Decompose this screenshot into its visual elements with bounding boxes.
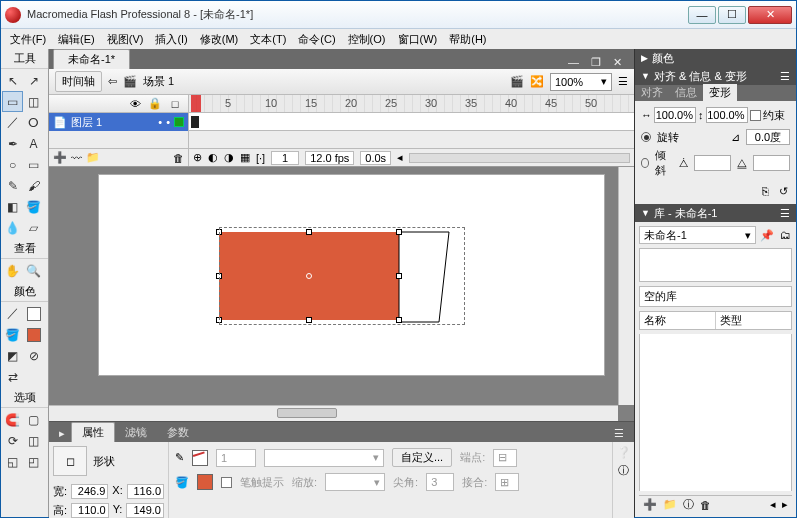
tab-transform[interactable]: 变形: [703, 84, 737, 101]
fill-swatch-prop[interactable]: [197, 474, 213, 490]
lib-props-icon[interactable]: ⓘ: [683, 497, 694, 512]
tab-params[interactable]: 参数: [157, 423, 199, 442]
timeline-toggle[interactable]: 时间轴: [55, 71, 102, 92]
rotate-option[interactable]: ⟳: [2, 430, 23, 451]
eraser-tool[interactable]: ▱: [23, 217, 44, 238]
line-tool[interactable]: ／: [2, 112, 23, 133]
free-transform-tool[interactable]: ▭: [2, 91, 23, 112]
rectangle-tool[interactable]: ▭: [23, 154, 44, 175]
scale-select[interactable]: ▾: [325, 473, 385, 491]
height-field[interactable]: 110.0: [71, 503, 109, 518]
tab-properties[interactable]: 属性: [71, 422, 115, 442]
back-button[interactable]: ⇦: [108, 75, 117, 88]
canvas-vscroll[interactable]: [618, 167, 634, 405]
menu-insert[interactable]: 插入(I): [150, 30, 192, 49]
layer-row[interactable]: 📄 图层 1 ••: [49, 113, 188, 131]
envelope-option[interactable]: ◰: [23, 451, 44, 472]
tab-info[interactable]: 信息: [669, 84, 703, 101]
lock-icon[interactable]: 🔒: [148, 97, 162, 110]
lib-scroll-right[interactable]: ▸: [782, 498, 788, 511]
stroke-color[interactable]: ／: [2, 303, 23, 324]
menu-file[interactable]: 文件(F): [5, 30, 51, 49]
width-field[interactable]: 246.9: [71, 484, 108, 499]
edit-scene-icon[interactable]: 🎬: [510, 75, 524, 88]
canvas-hscroll[interactable]: [49, 405, 618, 421]
onion-markers-icon[interactable]: [·]: [256, 152, 265, 164]
tab-align[interactable]: 对齐: [635, 84, 669, 101]
pin-icon[interactable]: 📌: [760, 228, 774, 242]
center-frame-icon[interactable]: ⊕: [193, 151, 202, 164]
menu-help[interactable]: 帮助(H): [444, 30, 491, 49]
no-color-tool[interactable]: ⊘: [23, 345, 44, 366]
menu-edit[interactable]: 编辑(E): [53, 30, 100, 49]
zoom-select[interactable]: 100%▾: [550, 73, 612, 91]
lib-folder-icon[interactable]: 📁: [663, 498, 677, 511]
keyframe[interactable]: [191, 116, 199, 128]
close-button[interactable]: ✕: [748, 6, 792, 24]
delete-layer-icon[interactable]: 🗑: [173, 152, 184, 164]
doc-restore[interactable]: ❐: [587, 56, 605, 69]
menu-commands[interactable]: 命令(C): [293, 30, 340, 49]
oval-tool[interactable]: ○: [2, 154, 23, 175]
hand-tool[interactable]: ✋: [2, 260, 23, 281]
onion-skin-icon[interactable]: ◐: [208, 151, 218, 164]
stroke-width-field[interactable]: 1: [216, 449, 256, 467]
scene-menu-icon[interactable]: ☰: [618, 75, 628, 88]
skew-v-field[interactable]: [753, 155, 790, 171]
menu-control[interactable]: 控制(O): [343, 30, 391, 49]
stroke-style-select[interactable]: ▾: [264, 449, 384, 467]
new-layer-icon[interactable]: ➕: [53, 151, 67, 164]
eye-icon[interactable]: 👁: [128, 98, 142, 110]
y-field[interactable]: 149.0: [126, 503, 164, 518]
new-folder-icon[interactable]: 📁: [86, 151, 100, 164]
swap-colors-tool[interactable]: ⇄: [2, 366, 23, 387]
new-symbol-icon[interactable]: ➕: [643, 498, 657, 511]
brush-tool[interactable]: 🖌: [23, 175, 44, 196]
paint-bucket-tool[interactable]: 🪣: [23, 196, 44, 217]
subselection-tool[interactable]: ↗: [23, 70, 44, 91]
custom-stroke-button[interactable]: 自定义...: [392, 448, 452, 467]
skew-radio[interactable]: [641, 158, 649, 168]
library-columns[interactable]: 名称 类型: [639, 311, 792, 330]
doc-close[interactable]: ✕: [609, 56, 626, 69]
lib-scroll-left[interactable]: ◂: [770, 498, 776, 511]
ink-bottle-tool[interactable]: ◧: [2, 196, 23, 217]
fill-swatch[interactable]: [23, 324, 44, 345]
scale-x-field[interactable]: 100.0%: [654, 107, 696, 123]
props-expand-icon[interactable]: ▸: [53, 425, 71, 442]
outline-icon[interactable]: □: [168, 98, 182, 110]
rotate-radio[interactable]: [641, 132, 651, 142]
canvas[interactable]: [49, 167, 634, 421]
info-icon[interactable]: ⓘ: [618, 463, 629, 478]
skew-h-field[interactable]: [694, 155, 731, 171]
stroke-swatch[interactable]: [192, 450, 208, 466]
scale-y-field[interactable]: 100.0%: [706, 107, 748, 123]
new-guide-icon[interactable]: 〰: [71, 152, 82, 164]
pencil-tool[interactable]: ✎: [2, 175, 23, 196]
menu-window[interactable]: 窗口(W): [393, 30, 443, 49]
zoom-tool[interactable]: 🔍: [23, 260, 44, 281]
playhead[interactable]: [191, 95, 201, 112]
help-icon[interactable]: ❔: [617, 446, 631, 459]
endcap-select[interactable]: ⊟: [493, 449, 517, 467]
track-scroll-left[interactable]: ◂: [397, 151, 403, 164]
library-list[interactable]: [639, 334, 792, 491]
eyedropper-tool[interactable]: 💧: [2, 217, 23, 238]
document-tab[interactable]: 未命名-1*: [53, 49, 130, 69]
gradient-transform-tool[interactable]: ◫: [23, 91, 44, 112]
align-panel-header[interactable]: ▼对齐 & 信息 & 变形☰: [635, 67, 796, 85]
copy-transform-icon[interactable]: ⎘: [758, 184, 772, 198]
bw-tool[interactable]: ◩: [2, 345, 23, 366]
x-field[interactable]: 116.0: [127, 484, 164, 499]
tab-filters[interactable]: 滤镜: [115, 423, 157, 442]
pen-tool[interactable]: ✒: [2, 133, 23, 154]
track-scrollbar[interactable]: [409, 153, 630, 163]
reset-transform-icon[interactable]: ↺: [776, 184, 790, 198]
constrain-check[interactable]: [750, 110, 761, 121]
edit-multi-icon[interactable]: ▦: [240, 151, 250, 164]
library-panel-header[interactable]: ▼库 - 未命名-1☰: [635, 204, 796, 222]
lib-delete-icon[interactable]: 🗑: [700, 499, 711, 511]
snap-option[interactable]: 🧲: [2, 409, 23, 430]
onion-outline-icon[interactable]: ◑: [224, 151, 234, 164]
lasso-tool[interactable]: ⵔ: [23, 112, 44, 133]
